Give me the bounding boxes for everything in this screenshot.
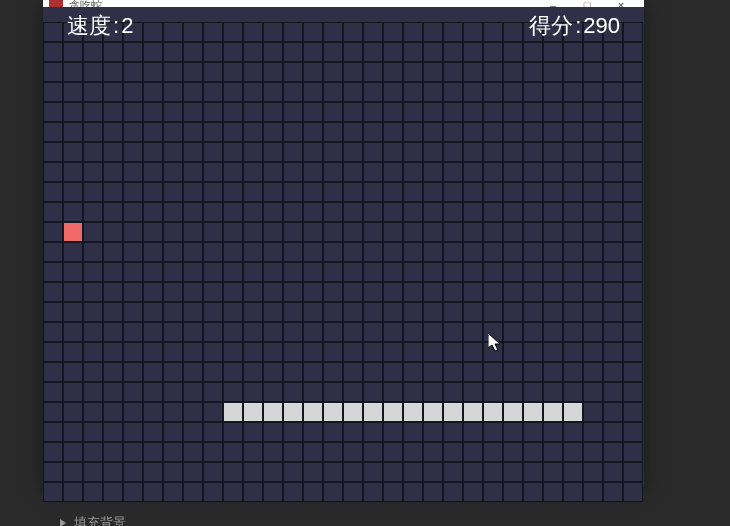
- grid-cell: [203, 462, 223, 482]
- grid-cell: [223, 22, 243, 42]
- grid-cell: [83, 322, 103, 342]
- grid-cell: [503, 242, 523, 262]
- grid-cell: [343, 302, 363, 322]
- grid-cell: [523, 482, 543, 502]
- grid-cell: [443, 462, 463, 482]
- grid-cell: [283, 362, 303, 382]
- grid-cell: [443, 422, 463, 442]
- grid-cell: [143, 382, 163, 402]
- grid-cell: [603, 482, 623, 502]
- grid-cell: [183, 62, 203, 82]
- grid-cell: [563, 202, 583, 222]
- grid-cell: [303, 482, 323, 502]
- grid-cell: [283, 282, 303, 302]
- game-window: 贪吃蛇 – □ × 速度:2 得分:290: [43, 0, 644, 487]
- grid-cell: [583, 462, 603, 482]
- grid-cell: [383, 162, 403, 182]
- grid-cell: [143, 222, 163, 242]
- grid-cell: [143, 342, 163, 362]
- grid-cell: [343, 342, 363, 362]
- grid-cell: [243, 62, 263, 82]
- grid-cell: [403, 162, 423, 182]
- grid-cell: [603, 102, 623, 122]
- window-titlebar[interactable]: 贪吃蛇 – □ ×: [43, 0, 644, 7]
- grid-cell: [123, 222, 143, 242]
- grid-cell: [603, 122, 623, 142]
- grid-cell: [103, 402, 123, 422]
- grid-cell: [403, 382, 423, 402]
- grid-cell: [163, 382, 183, 402]
- grid-cell: [443, 322, 463, 342]
- grid-cell: [383, 442, 403, 462]
- snake-cell: [343, 402, 363, 422]
- grid-cell: [123, 282, 143, 302]
- grid-cell: [63, 22, 83, 42]
- grid-cell: [423, 282, 443, 302]
- grid-cell: [163, 22, 183, 42]
- grid-cell: [243, 222, 263, 242]
- close-button[interactable]: ×: [604, 0, 638, 7]
- grid-cell: [283, 22, 303, 42]
- grid-cell: [323, 282, 343, 302]
- grid-cell: [143, 202, 163, 222]
- grid-cell: [63, 402, 83, 422]
- grid-cell: [103, 242, 123, 262]
- grid-cell: [283, 242, 303, 262]
- maximize-button[interactable]: □: [570, 0, 604, 7]
- grid-cell: [623, 322, 643, 342]
- grid-cell: [483, 202, 503, 222]
- game-canvas[interactable]: 速度:2 得分:290: [43, 7, 644, 487]
- grid-cell: [423, 362, 443, 382]
- grid-cell: [143, 42, 163, 62]
- grid-cell: [283, 482, 303, 502]
- grid-cell: [483, 242, 503, 262]
- grid-cell: [183, 302, 203, 322]
- grid-cell: [243, 122, 263, 142]
- grid-cell: [163, 262, 183, 282]
- grid-cell: [63, 262, 83, 282]
- grid-cell: [283, 62, 303, 82]
- grid-cell: [223, 202, 243, 222]
- grid-cell: [63, 102, 83, 122]
- grid-cell: [503, 102, 523, 122]
- grid-cell: [543, 322, 563, 342]
- grid-cell: [423, 182, 443, 202]
- grid-cell: [363, 342, 383, 362]
- grid-cell: [243, 242, 263, 262]
- grid-cell: [103, 182, 123, 202]
- grid-cell: [363, 182, 383, 202]
- grid-cell: [583, 322, 603, 342]
- grid-cell: [83, 222, 103, 242]
- grid-cell: [483, 382, 503, 402]
- minimize-button[interactable]: –: [536, 0, 570, 7]
- grid-cell: [163, 342, 183, 362]
- grid-cell: [523, 302, 543, 322]
- grid-cell: [103, 62, 123, 82]
- grid-cell: [183, 182, 203, 202]
- grid-cell: [363, 362, 383, 382]
- grid-cell: [443, 282, 463, 302]
- grid-cell: [563, 442, 583, 462]
- grid-cell: [503, 22, 523, 42]
- grid-cell: [323, 162, 343, 182]
- grid-cell: [543, 302, 563, 322]
- grid-cell: [363, 82, 383, 102]
- grid-cell: [403, 342, 423, 362]
- grid-cell: [223, 462, 243, 482]
- grid-cell: [203, 362, 223, 382]
- grid-cell: [243, 462, 263, 482]
- snake-cell: [543, 402, 563, 422]
- grid-cell: [463, 122, 483, 142]
- grid-cell: [163, 362, 183, 382]
- grid-cell: [103, 422, 123, 442]
- grid-cell: [543, 362, 563, 382]
- grid-cell: [583, 442, 603, 462]
- grid-cell: [343, 262, 363, 282]
- grid-cell: [223, 122, 243, 142]
- grid-cell: [203, 62, 223, 82]
- grid-cell: [203, 42, 223, 62]
- grid-cell: [63, 382, 83, 402]
- grid-cell: [183, 322, 203, 342]
- grid-cell: [183, 122, 203, 142]
- grid-cell: [583, 302, 603, 322]
